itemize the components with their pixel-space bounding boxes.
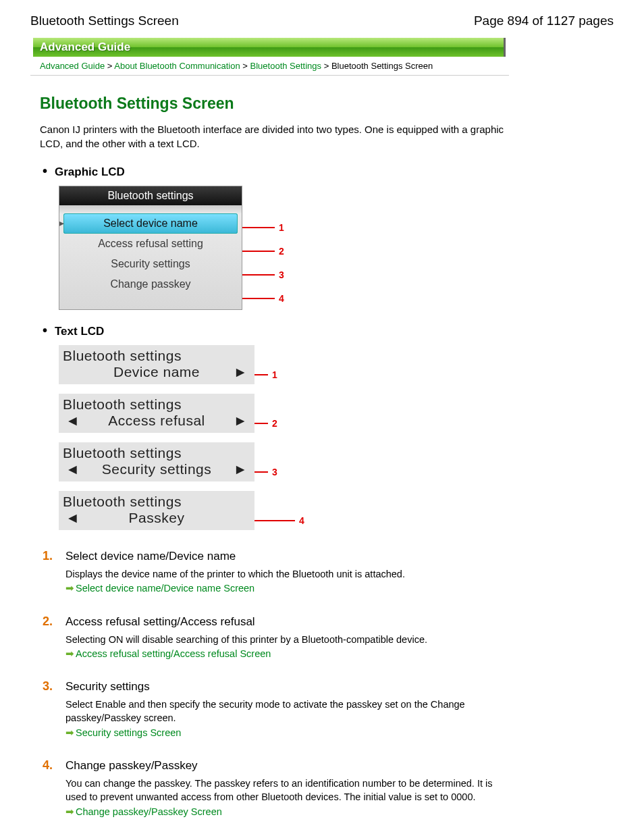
section-title: Security settings xyxy=(65,680,150,694)
link-arrow-icon: ➡ xyxy=(65,806,74,817)
breadcrumb-sep: > xyxy=(324,61,329,71)
left-arrow-icon: ◄ xyxy=(65,461,80,477)
numbered-section: 4.Change passkey/PasskeyYou can change t… xyxy=(43,758,512,818)
link-arrow-icon: ➡ xyxy=(65,582,74,594)
right-arrow-icon: ► xyxy=(234,364,248,380)
callout-num: 3 xyxy=(272,467,277,477)
page-title: Bluetooth Settings Screen xyxy=(40,95,512,113)
guide-banner: Advanced Guide xyxy=(33,38,506,57)
text-lcd-panel: Bluetooth settings◄Passkey4 xyxy=(59,491,512,530)
text-lcd-line1: Bluetooth settings xyxy=(63,494,250,510)
breadcrumb-link-0[interactable]: Advanced Guide xyxy=(40,61,105,71)
callout-num: 2 xyxy=(279,246,284,257)
section-heading-graphic-lcd: Graphic LCD xyxy=(55,165,512,179)
section-link[interactable]: Change passkey/Passkey Screen xyxy=(76,806,222,817)
numbered-section: 1.Select device name/Device nameDisplays… xyxy=(43,549,512,596)
section-body: Selecting ON will disable searching of t… xyxy=(65,633,512,646)
section-body: You can change the passkey. The passkey … xyxy=(65,777,512,804)
graphic-lcd-callouts: 1 2 3 4 xyxy=(242,186,284,310)
page-indicator: Page 894 of 1127 pages xyxy=(474,14,614,28)
text-lcd-line2: ◄Passkey xyxy=(63,510,250,526)
section-title: Access refusal setting/Access refusal xyxy=(65,615,255,629)
intro-text: Canon IJ printers with the Bluetooth int… xyxy=(40,122,512,151)
callout-num: 4 xyxy=(279,293,284,304)
section-heading-text-lcd: Text LCD xyxy=(55,325,512,338)
left-arrow-icon: ◄ xyxy=(65,510,80,526)
section-number: 3. xyxy=(43,679,59,694)
numbered-section: 2.Access refusal setting/Access refusalS… xyxy=(43,615,512,661)
breadcrumb: Advanced Guide > About Bluetooth Communi… xyxy=(30,57,509,76)
right-arrow-icon: ► xyxy=(234,461,248,477)
text-lcd-panel: Bluetooth settings◄Security settings►3 xyxy=(59,442,512,481)
section-number: 2. xyxy=(43,615,59,629)
breadcrumb-link-2[interactable]: Bluetooth Settings xyxy=(250,61,322,71)
section-title: Change passkey/Passkey xyxy=(65,759,198,773)
text-lcd-line1: Bluetooth settings xyxy=(63,445,250,461)
text-lcd-line2: ◄Security settings► xyxy=(63,461,250,477)
callout-num: 1 xyxy=(279,222,284,233)
section-body: Select Enable and then specify the secur… xyxy=(65,698,512,725)
section-number: 1. xyxy=(43,549,59,563)
left-arrow-icon: ◄ xyxy=(65,413,80,429)
callout-num: 3 xyxy=(279,269,284,280)
section-number: 4. xyxy=(43,758,59,773)
text-lcd-line1: Bluetooth settings xyxy=(63,348,250,364)
glcd-item-1: Access refusal setting xyxy=(59,234,242,254)
glcd-item-3: Change passkey xyxy=(59,274,242,294)
text-lcd-panel: Bluetooth settingsDevice name►1 xyxy=(59,345,512,384)
glcd-item-0: Select device name xyxy=(63,213,238,234)
link-arrow-icon: ➡ xyxy=(65,727,74,738)
breadcrumb-current: Bluetooth Settings Screen xyxy=(331,61,433,71)
glcd-item-2: Security settings xyxy=(59,254,242,274)
breadcrumb-link-1[interactable]: About Bluetooth Communication xyxy=(114,61,240,71)
callout-num: 4 xyxy=(299,515,304,526)
text-lcd-panel: Bluetooth settings◄Access refusal►2 xyxy=(59,394,512,433)
link-arrow-icon: ➡ xyxy=(65,648,74,659)
text-lcd-line2: ◄Access refusal► xyxy=(63,413,250,429)
numbered-section: 3.Security settingsSelect Enable and the… xyxy=(43,679,512,739)
callout-num: 2 xyxy=(272,418,277,429)
section-body: Displays the device name of the printer … xyxy=(65,567,512,581)
breadcrumb-sep: > xyxy=(242,61,248,71)
section-link[interactable]: Security settings Screen xyxy=(76,727,181,738)
breadcrumb-sep: > xyxy=(107,61,113,71)
callout-num: 1 xyxy=(272,369,277,380)
section-link[interactable]: Access refusal setting/Access refusal Sc… xyxy=(76,648,271,659)
doc-title: Bluetooth Settings Screen xyxy=(30,14,179,28)
right-arrow-icon: ► xyxy=(234,413,248,429)
graphic-lcd-title: Bluetooth settings xyxy=(59,186,242,205)
graphic-lcd-panel: Bluetooth settings Select device name Ac… xyxy=(59,186,242,310)
section-link[interactable]: Select device name/Device name Screen xyxy=(76,583,254,594)
text-lcd-line2: Device name► xyxy=(63,364,250,380)
text-lcd-line1: Bluetooth settings xyxy=(63,396,250,413)
section-title: Select device name/Device name xyxy=(65,550,236,563)
